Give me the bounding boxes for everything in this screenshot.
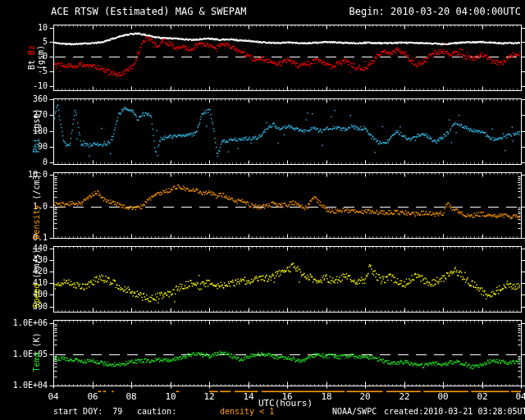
y-axis-title-part: Temp bbox=[32, 347, 41, 372]
caution-label: caution: bbox=[137, 407, 176, 416]
y-axis-title-part: (K) bbox=[32, 332, 41, 347]
x-tick-label: 08 bbox=[117, 391, 145, 402]
x-tick-label: 00 bbox=[429, 391, 457, 402]
x-tick-label: 10 bbox=[157, 391, 185, 402]
agency-label: NOAA/SWPC bbox=[332, 407, 377, 416]
ace-rtsw-plot: ACE RTSW (Estimated) MAG & SWEPAM Begin:… bbox=[0, 0, 525, 420]
chart-canvas bbox=[0, 0, 525, 420]
x-tick-label: 22 bbox=[390, 391, 418, 402]
start-doy-label: start DOY: 79 bbox=[53, 407, 122, 416]
x-tick-label: 12 bbox=[195, 391, 223, 402]
begin-timestamp: Begin: 2010-03-20 04:00:00UTC bbox=[349, 6, 521, 17]
created-timestamp: created:2010-03-21 03:28:05UTC bbox=[384, 407, 525, 416]
y-axis-title-part: (/cm3) bbox=[32, 170, 41, 199]
caution-value: density < 1 bbox=[220, 407, 274, 416]
x-tick-label: 06 bbox=[79, 391, 107, 402]
x-tick-label: 02 bbox=[468, 391, 496, 402]
x-tick-label: 04 bbox=[507, 391, 525, 402]
x-tick-label: 04 bbox=[39, 391, 67, 402]
x-tick-label: 20 bbox=[351, 391, 379, 402]
page-title: ACE RTSW (Estimated) MAG & SWEPAM bbox=[51, 6, 246, 17]
